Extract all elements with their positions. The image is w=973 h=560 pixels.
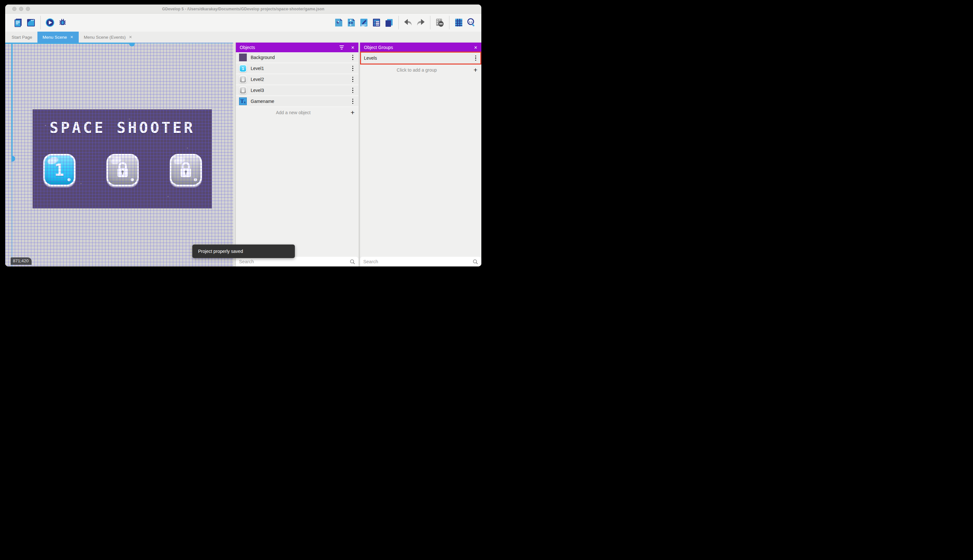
objects-panel-title: Objects	[240, 45, 339, 50]
cursor-coordinates: 871;420	[11, 257, 32, 265]
svg-text:1:1: 1:1	[469, 21, 473, 23]
object-groups-panel-title: Object Groups	[364, 45, 474, 50]
object-groups-panel: Object Groups ✕ Levels Click to add a gr…	[360, 43, 482, 267]
level3-button[interactable]	[170, 154, 202, 186]
kebab-menu-icon[interactable]	[473, 54, 478, 62]
tab-label: Menu Scene	[43, 35, 67, 40]
object-label: Level3	[251, 88, 350, 93]
filter-icon[interactable]	[339, 45, 344, 49]
plus-icon[interactable]: +	[351, 109, 355, 117]
window-title: GDevelop 5 - /Users/dkarakay/Documents/G…	[162, 7, 325, 11]
gdevelop-window: GDevelop 5 - /Users/dkarakay/Documents/G…	[5, 5, 482, 267]
edit-scene-properties-icon[interactable]	[359, 18, 369, 27]
close-icon[interactable]: ✕	[351, 45, 355, 50]
add-object-icon[interactable]	[334, 18, 343, 27]
kebab-menu-icon[interactable]	[350, 75, 355, 83]
object-groups-panel-header: Object Groups ✕	[360, 43, 482, 52]
object-row-gamename[interactable]: Tx Gamename	[236, 96, 358, 107]
object-label: Gamename	[251, 99, 350, 104]
toolbar-separator	[430, 16, 430, 29]
kebab-menu-icon[interactable]	[350, 53, 355, 62]
add-group-label: Click to add a group	[360, 67, 473, 73]
objects-search-input[interactable]	[239, 259, 350, 264]
titlebar: GDevelop 5 - /Users/dkarakay/Documents/G…	[5, 5, 482, 13]
editor-tabbar: Start Page Menu Scene ✕ Menu Scene (Even…	[5, 32, 482, 43]
gray-lock-thumb	[239, 75, 247, 83]
object-row-level2[interactable]: Level2	[236, 74, 358, 85]
level1-button[interactable]: 1	[43, 154, 75, 186]
scene-background-instance[interactable]: SPACE SHOOTER 1	[33, 109, 212, 208]
close-icon[interactable]: ✕	[474, 45, 478, 50]
close-window-button[interactable]	[12, 7, 17, 11]
lock-icon	[179, 162, 193, 178]
level1-number: 1	[54, 160, 64, 180]
undo-icon[interactable]	[403, 18, 413, 27]
groups-search-bar[interactable]	[360, 257, 482, 267]
zoom-1-1-icon[interactable]: 1:1	[467, 18, 476, 27]
tab-label: Menu Scene (Events)	[84, 35, 126, 40]
groups-search-input[interactable]	[363, 259, 473, 264]
lock-icon	[115, 162, 130, 178]
debugger-bug-icon[interactable]	[58, 18, 67, 27]
tab-menu-scene-events[interactable]: Menu Scene (Events) ✕	[79, 32, 137, 43]
tab-menu-scene[interactable]: Menu Scene ✕	[37, 32, 79, 43]
objects-search-bar[interactable]	[236, 257, 358, 267]
canvas-horizontal-scrollbar[interactable]	[5, 43, 233, 44]
hscrollbar-handle[interactable]	[129, 43, 135, 47]
cyan-button-thumb: 1	[239, 65, 247, 72]
grid-icon[interactable]	[454, 18, 463, 27]
object-row-level3[interactable]: Level3	[236, 85, 358, 96]
main-toolbar: 1:1	[5, 13, 482, 32]
add-group-row[interactable]: Click to add a group +	[360, 65, 482, 75]
vscrollbar-handle[interactable]	[11, 156, 15, 162]
kebab-menu-icon[interactable]	[350, 65, 355, 73]
kebab-menu-icon[interactable]	[350, 97, 355, 105]
canvas-vertical-scrollbar[interactable]	[11, 43, 13, 267]
tab-start-page[interactable]: Start Page	[7, 32, 37, 43]
scene-title-text[interactable]: SPACE SHOOTER	[33, 119, 212, 137]
object-groups-icon[interactable]	[347, 18, 356, 27]
project-manager-icon[interactable]	[13, 18, 23, 27]
toolbar-separator	[40, 16, 41, 29]
save-toast: Project properly saved	[192, 245, 295, 258]
object-label: Level2	[251, 77, 350, 82]
purple-square-thumb	[239, 53, 247, 61]
mask-toggle-icon[interactable]	[435, 18, 445, 27]
scene-canvas[interactable]: SPACE SHOOTER 1 871;420	[5, 43, 233, 267]
traffic-lights[interactable]	[12, 7, 30, 11]
editor-content: SPACE SHOOTER 1 871;420	[5, 43, 482, 267]
tab-close-icon[interactable]: ✕	[129, 35, 132, 39]
instances-list-icon[interactable]	[372, 18, 382, 27]
kebab-menu-icon[interactable]	[350, 87, 355, 95]
object-label: Background	[251, 55, 350, 60]
group-row-levels[interactable]: Levels	[360, 52, 482, 65]
toolbar-separator	[449, 16, 450, 29]
search-icon	[473, 259, 478, 265]
level2-button[interactable]	[107, 154, 139, 186]
add-object-row[interactable]: Add a new object +	[236, 107, 358, 118]
plus-icon[interactable]: +	[473, 66, 478, 74]
zoom-window-button[interactable]	[26, 7, 30, 11]
group-label: Levels	[364, 55, 473, 61]
toast-message: Project properly saved	[198, 249, 243, 254]
minimize-window-button[interactable]	[19, 7, 23, 11]
scene-window-icon[interactable]	[26, 18, 36, 27]
tab-close-icon[interactable]: ✕	[70, 35, 73, 39]
search-icon	[350, 259, 355, 265]
text-object-thumb: Tx	[239, 97, 247, 105]
toolbar-separator	[398, 16, 399, 29]
gray-lock-thumb	[239, 87, 247, 94]
add-object-label: Add a new object	[236, 110, 351, 115]
play-icon[interactable]	[45, 18, 55, 27]
objects-panel: Objects ✕ Background 1 Level1 Level2	[236, 43, 358, 267]
object-label: Level1	[251, 66, 350, 71]
objects-panel-header: Objects ✕	[236, 43, 358, 52]
tab-label: Start Page	[12, 35, 32, 40]
redo-icon[interactable]	[416, 18, 425, 27]
object-row-level1[interactable]: 1 Level1	[236, 63, 358, 74]
layers-icon[interactable]	[384, 18, 394, 27]
object-row-background[interactable]: Background	[236, 52, 358, 63]
